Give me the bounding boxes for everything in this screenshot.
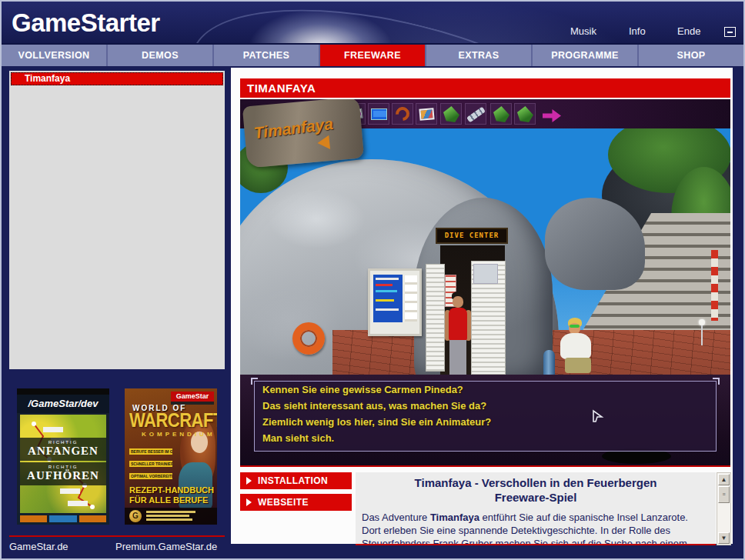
scroll-up-icon[interactable]: ▲ <box>718 474 730 485</box>
tab-patches[interactable]: PATCHES <box>212 45 319 66</box>
dive-center-sign: DIVE CENTER <box>436 228 508 244</box>
scrollbar-thumb[interactable]: ≡ <box>718 486 730 503</box>
blue-card-icon[interactable] <box>368 103 389 125</box>
npc-blonde-diver <box>550 318 599 382</box>
description-heading: Timanfaya - Verschollen in den Feuerberg… <box>362 475 710 505</box>
divider-line <box>9 535 225 537</box>
nav-bar: VOLLVERSION DEMOS PATCHES FREEWARE EXTRA… <box>2 43 743 66</box>
shutter-door-left <box>426 264 445 372</box>
gem-icon[interactable] <box>490 103 512 125</box>
tab-demos[interactable]: DEMOS <box>106 45 212 66</box>
timanfaya-wooden-sign: Timanfaya <box>242 99 364 168</box>
header-link-info[interactable]: Info <box>629 25 646 37</box>
dev-cover-headline-anfangen: ANFANGEN <box>20 445 106 458</box>
gamestarter-window: GameStarter Musik Info Ende VOLLVERSION … <box>0 0 745 560</box>
dialog-option-2[interactable]: Das sieht interessant aus, was machen Si… <box>255 398 716 414</box>
game-screenshot: DIVE CENTER <box>240 99 730 467</box>
dialog-option-1[interactable]: Kennen Sie eine gewisse Carmen Pineda? <box>255 382 716 398</box>
list-item-timanfaya[interactable]: Timanfaya <box>11 72 223 85</box>
globe-graphic <box>173 2 630 43</box>
wow-cover-headline2: FÜR ALLE BERUFE <box>129 495 208 505</box>
webseite-button[interactable]: WEBSEITE <box>240 494 352 511</box>
gem-icon[interactable] <box>514 103 536 125</box>
link-premium-gamestar-de[interactable]: Premium.GameStar.de <box>115 541 217 552</box>
scroll-down-icon[interactable]: ▼ <box>718 532 730 544</box>
header-link-musik[interactable]: Musik <box>570 25 596 37</box>
wow-cover-g-badge: G <box>129 510 142 522</box>
app-logo: GameStarter <box>12 8 160 38</box>
tab-programme[interactable]: PROGRAMME <box>531 45 637 66</box>
dialog-option-4[interactable]: Man sieht sich. <box>255 430 716 446</box>
npc-man-red-tank <box>445 292 471 384</box>
triangle-bullet-icon <box>246 498 252 506</box>
triangle-bullet-icon <box>246 477 252 485</box>
next-arrow-icon[interactable] <box>541 105 560 118</box>
tab-shop[interactable]: SHOP <box>637 45 743 66</box>
photos-icon[interactable] <box>416 103 437 125</box>
promo-cover-gamestar-dev[interactable]: /GameStar/dev RICHTIG ANFANGEN RICHTIG A… <box>17 388 109 525</box>
minimize-icon[interactable] <box>724 27 736 37</box>
promo-cover-wow-kompendium[interactable]: GameStar WORLD OF WARCRAFT KOMPENDIUM BE… <box>125 388 217 525</box>
hose-icon[interactable] <box>392 103 413 125</box>
header: GameStarter Musik Info Ende <box>2 2 743 43</box>
tab-freeware[interactable]: FREEWARE <box>319 45 425 66</box>
life-ring <box>292 322 325 355</box>
content-panel: TIMANFAYA DIVE CENTER <box>231 68 733 544</box>
link-gamestar-de[interactable]: GameStar.de <box>9 541 68 552</box>
down-arrow-icon <box>317 135 336 153</box>
dev-cover-headline-aufhoeren: AUFHÖREN <box>20 469 106 482</box>
game-listbox[interactable]: Timanfaya <box>9 71 225 369</box>
striped-pole <box>711 250 718 321</box>
gem-icon[interactable] <box>440 103 462 125</box>
description-scrollbar[interactable]: ▲ ≡ ▼ <box>717 472 731 545</box>
description-panel: Timanfaya - Verschollen in den Feuerberg… <box>356 472 716 545</box>
flashlight-icon[interactable] <box>465 103 486 125</box>
blue-poster <box>373 275 403 322</box>
header-link-ende[interactable]: Ende <box>677 25 700 37</box>
wow-cover-brand: GameStar <box>171 392 214 402</box>
wow-cover-headline1: REZEPT-HANDBUCH <box>129 485 214 495</box>
tab-vollversion[interactable]: VOLLVERSION <box>2 45 106 66</box>
dialog-option-3[interactable]: Ziemlich wenig los hier, sind Sie ein An… <box>255 414 716 430</box>
installation-button[interactable]: INSTALLATION <box>240 472 352 489</box>
dev-cover-logo: /GameStar/dev <box>17 395 109 413</box>
wow-cover-title: WARCRAFT <box>129 409 217 432</box>
page-title: TIMANFAYA <box>240 78 730 98</box>
game-cursor-icon <box>592 409 604 423</box>
lamp <box>699 319 705 325</box>
description-body: Das Adventure Timanfaya entführt Sie auf… <box>362 511 710 545</box>
dialog-box: Kennen Sie eine gewisse Carmen Pineda? D… <box>254 381 717 452</box>
tab-extras[interactable]: EXTRAS <box>425 45 531 66</box>
notice-board <box>368 268 422 336</box>
